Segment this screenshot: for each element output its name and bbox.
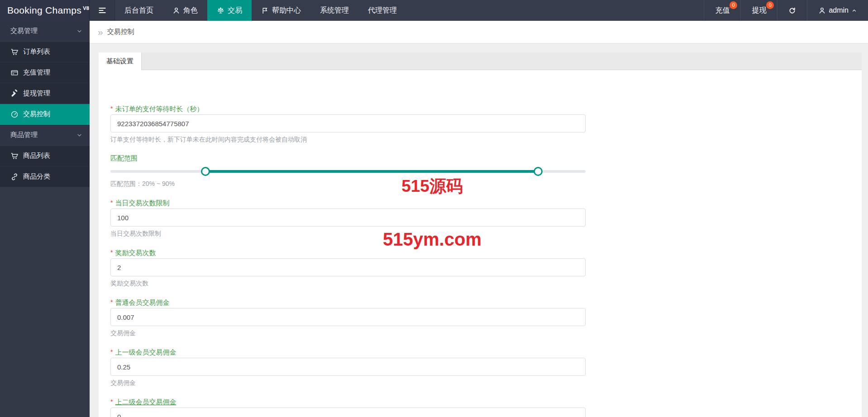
reward-trade-count-input[interactable] [110, 258, 586, 276]
slider-handle-max[interactable] [534, 167, 543, 176]
user-menu[interactable]: admin [807, 0, 868, 21]
tab-bar: 基础设置 [99, 52, 862, 70]
field-normal-member-commission: *普通会员交易佣金 交易佣金 [110, 298, 586, 336]
required-asterisk: * [110, 299, 113, 306]
level1-member-commission-input[interactable] [110, 358, 586, 376]
field-help: 奖励交易次数 [110, 280, 586, 287]
match-range-slider [110, 166, 586, 177]
nav-item-trade[interactable]: 交易 [207, 0, 252, 21]
slider-handle-min[interactable] [201, 167, 210, 176]
sidebar-item-order-list[interactable]: 订单列表 [0, 42, 90, 62]
gavel-icon [10, 90, 19, 98]
sidebar-item-label: 充值管理 [23, 68, 50, 77]
field-label: *普通会员交易佣金 [110, 298, 586, 307]
gauge-icon [10, 110, 19, 118]
refresh-button[interactable] [777, 0, 807, 21]
settings-panel: *未订单的支付等待时长（秒） 订单支付等待时长，新下订单未在此时间内容完成支付将… [99, 70, 862, 417]
sidebar-filler [0, 187, 90, 417]
withdraw-button[interactable]: 提现 0 [740, 0, 777, 21]
level2-member-commission-input[interactable] [110, 408, 586, 417]
chevron-up-icon [851, 8, 857, 14]
nav-item-roles[interactable]: 角色 [163, 0, 207, 21]
sidebar-toggle-button[interactable] [90, 0, 115, 21]
required-asterisk: * [110, 249, 113, 256]
nav-item-agent[interactable]: 代理管理 [358, 0, 406, 21]
sidebar-item-label: 交易控制 [23, 110, 50, 118]
nav-item-label: 后台首页 [124, 6, 153, 15]
order-pay-wait-time-input[interactable] [110, 114, 586, 133]
nav-item-dashboard[interactable]: 后台首页 [115, 0, 163, 21]
recharge-label: 充值 [715, 6, 730, 15]
cart-icon [10, 152, 19, 160]
sidebar: 交易管理 订单列表 充值管理 提现管理 交易控制 商品管理 商品列表 [0, 21, 90, 417]
watermark-text: 515源码 [401, 175, 463, 198]
brand-version: V8 [83, 5, 89, 11]
navbar-right: 充值 0 提现 0 admin [704, 0, 868, 21]
hamburger-icon [98, 6, 107, 15]
nav-item-help-center[interactable]: 帮助中心 [252, 0, 310, 21]
link-icon [10, 173, 19, 181]
field-help: 交易佣金 [110, 329, 586, 336]
daily-trade-limit-input[interactable] [110, 208, 586, 227]
sidebar-group-label: 商品管理 [10, 131, 38, 139]
cart-icon [10, 48, 19, 56]
sidebar-group-product-management[interactable]: 商品管理 [0, 125, 90, 146]
sidebar-item-label: 商品分类 [23, 172, 50, 181]
field-daily-trade-limit: *当日交易次数限制 当日交易次数限制 [110, 199, 586, 237]
watermark-text: 515ym.com [383, 229, 482, 250]
field-label: *未订单的支付等待时长（秒） [110, 104, 586, 113]
nav-item-label: 角色 [183, 6, 198, 15]
sidebar-item-product-list[interactable]: 商品列表 [0, 146, 90, 166]
nav-item-system[interactable]: 系统管理 [310, 0, 358, 21]
credit-card-icon [10, 69, 19, 77]
sidebar-item-withdraw-management[interactable]: 提现管理 [0, 83, 90, 104]
sidebar-item-label: 订单列表 [23, 47, 50, 56]
nav-item-label: 系统管理 [320, 6, 349, 15]
field-level1-member-commission: *上一级会员交易佣金 交易佣金 [110, 348, 586, 386]
breadcrumb: » 交易控制 [90, 21, 868, 43]
main-menu: 后台首页 角色 交易 帮助中心 系统管理 代理管理 [115, 0, 406, 21]
sidebar-item-recharge-management[interactable]: 充值管理 [0, 62, 90, 83]
slider-fill [205, 170, 538, 173]
chevron-down-icon [76, 28, 82, 34]
tab-label: 基础设置 [106, 57, 134, 66]
recharge-badge: 0 [730, 1, 737, 9]
nav-item-label: 代理管理 [368, 6, 397, 15]
field-label: 匹配范围 [110, 154, 586, 162]
field-label: *上一级会员交易佣金 [110, 348, 586, 356]
field-label: *奖励交易次数 [110, 248, 586, 257]
brand-logo: Booking ChampsV8 [0, 0, 90, 21]
sidebar-item-product-category[interactable]: 商品分类 [0, 166, 90, 187]
settings-form: *未订单的支付等待时长（秒） 订单支付等待时长，新下订单未在此时间内容完成支付将… [110, 104, 586, 417]
sidebar-item-trade-control[interactable]: 交易控制 [0, 104, 90, 125]
breadcrumb-title: 交易控制 [107, 28, 134, 36]
required-asterisk: * [110, 199, 113, 206]
normal-member-commission-input[interactable] [110, 308, 586, 326]
field-help: 当日交易次数限制 [110, 230, 586, 237]
sidebar-group-label: 交易管理 [10, 27, 38, 35]
nav-item-label: 交易 [228, 6, 242, 15]
withdraw-label: 提现 [752, 6, 766, 15]
navbar-spacer [406, 0, 704, 21]
user-icon [818, 7, 826, 14]
sidebar-item-label: 提现管理 [23, 89, 50, 98]
recharge-button[interactable]: 充值 0 [704, 0, 740, 21]
sidebar-item-label: 商品列表 [23, 152, 50, 160]
double-chevron-icon: » [98, 27, 103, 37]
field-help: 匹配范围：20% ~ 90% [110, 180, 586, 187]
required-asterisk: * [110, 348, 113, 355]
chevron-down-icon [76, 132, 82, 138]
username-label: admin [829, 6, 849, 14]
required-asterisk: * [110, 105, 113, 112]
field-label: *当日交易次数限制 [110, 199, 586, 207]
sidebar-group-trade-management[interactable]: 交易管理 [0, 21, 90, 42]
field-order-pay-wait-time: *未订单的支付等待时长（秒） 订单支付等待时长，新下订单未在此时间内容完成支付将… [110, 104, 586, 143]
tab-basic-settings[interactable]: 基础设置 [99, 52, 142, 70]
refresh-icon [788, 7, 796, 14]
withdraw-badge: 0 [766, 1, 774, 9]
field-help: 订单支付等待时长，新下订单未在此时间内容完成支付将会被自动取消 [110, 136, 586, 143]
brand-name: Booking ChampsV8 [7, 5, 89, 16]
field-label: *上二级会员交易佣金 [110, 398, 586, 406]
nav-item-label: 帮助中心 [272, 6, 301, 15]
scales-icon [217, 7, 224, 14]
